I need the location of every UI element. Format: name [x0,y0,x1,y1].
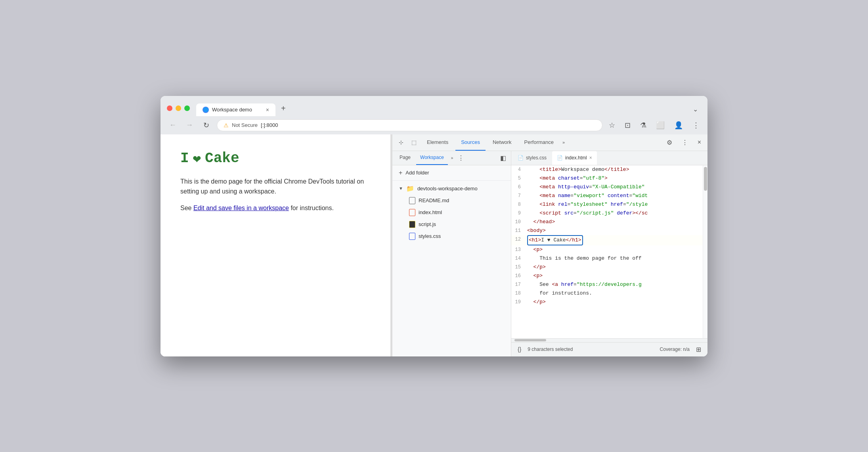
editor-tab-index-label: index.html [565,155,587,161]
page-text-post: for instructions. [289,205,334,211]
browser-menu-icon[interactable]: ⋮ [691,119,701,131]
security-warning-icon: ⚠ [224,122,229,128]
tab-network[interactable]: Network [487,134,517,151]
devtools-toolbar-right: ⚙ ⋮ × [663,137,704,148]
code-area[interactable]: 4 <title>Workspace demo</title> 5 <meta … [511,165,703,338]
browser-tab[interactable]: 🌐 Workspace demo × [196,103,275,116]
file-icon-md [409,197,415,204]
devtools-more-icon[interactable]: ⋮ [679,137,691,148]
tab-close-button[interactable]: × [266,107,269,113]
bookmark-icon[interactable]: ☆ [607,119,617,131]
content-area: I ❤️ Cake This is the demo page for the … [161,134,707,356]
code-line-14: 14 This is the demo page for the off [511,254,703,263]
title-bar: 🌐 Workspace demo × + ⌄ [161,96,707,116]
editor-tabs: 📄 styles.css 📄 index.html × [511,151,707,165]
lab-icon[interactable]: ⚗ [639,119,648,131]
code-line-10: 10 </head> [511,218,703,226]
code-line-11: 11 <body> [511,226,703,235]
tabs-bar: 🌐 Workspace demo × + ⌄ [196,101,701,116]
code-line-13: 13 <p> [511,245,703,254]
page-heading: I ❤️ Cake [180,150,371,167]
file-item-styles[interactable]: styles.css [392,230,511,242]
editor-tab-index[interactable]: 📄 index.html × [552,151,597,165]
code-line-19: 19 </p> [511,298,703,306]
format-icon[interactable]: {} [518,346,521,352]
subtabs-options-icon[interactable]: ⋮ [456,153,466,163]
file-icon-css [409,233,415,240]
tabs-more-button[interactable]: » [561,138,566,146]
file-icon-html [409,209,415,216]
back-button[interactable]: ← [167,119,179,131]
extensions-icon[interactable]: ⊡ [623,119,632,131]
code-line-12: 12 <h1>I ♥ Cake</h1> [511,235,703,245]
sidebar-icon[interactable]: ⬜ [654,119,666,131]
close-traffic-light[interactable] [167,105,172,111]
tab-favicon: 🌐 [203,107,209,113]
address-bar: ← → ↻ ⚠ Not Secure [:]:8000 ☆ ⊡ ⚗ ⬜ 👤 ⋮ [161,116,707,134]
add-folder-plus-icon: + [399,169,402,176]
add-folder-button[interactable]: + Add folder [392,165,511,181]
tab-title: Workspace demo [212,107,252,113]
code-selection-highlight: <h1>I ♥ Cake</h1> [527,235,583,245]
devtools-close-button[interactable]: × [694,137,704,147]
address-input[interactable]: ⚠ Not Secure [:]:8000 [217,119,602,131]
heading-cake: Cake [205,150,239,167]
code-line-17: 17 See <a href="https://developers.g [511,280,703,289]
refresh-button[interactable]: ↻ [200,119,212,131]
tab-elements[interactable]: Elements [421,134,454,151]
page-link[interactable]: Edit and save files in a workspace [193,205,289,211]
profile-icon[interactable]: 👤 [673,119,684,131]
minimize-traffic-light[interactable] [176,105,181,111]
file-item-readme[interactable]: README.md [392,195,511,207]
page-paragraph-1: This is the demo page for the official C… [180,176,371,197]
page-body: This is the demo page for the official C… [180,176,371,213]
sources-panel: Page Workspace » ⋮ ◧ + Add folder [392,151,707,356]
devtools-panel: ⊹ ⬚ Elements Sources Network Performance… [392,134,707,356]
folder-expand-icon: ▼ [399,186,403,191]
new-tab-button[interactable]: + [276,101,291,116]
h-scrollbar-thumb[interactable] [514,339,546,341]
file-name-styles: styles.css [419,233,441,239]
code-line-4: 4 <title>Workspace demo</title> [511,165,703,174]
editor-tab-close-icon[interactable]: × [589,155,592,161]
code-line-5: 5 <meta charset="utf-8"> [511,174,703,183]
editor-tab-styles-label: styles.css [526,155,547,161]
tab-performance[interactable]: Performance [519,134,559,151]
traffic-lights [167,105,190,111]
forward-button[interactable]: → [184,119,195,131]
folder-item[interactable]: ▼ 📁 devtools-workspace-demo [392,182,511,195]
file-item-script[interactable]: script.js [392,218,511,230]
subtab-page[interactable]: Page [396,151,415,165]
styles-file-icon: 📄 [518,155,524,161]
screenshot-icon[interactable]: ⊞ [696,346,701,353]
file-item-index[interactable]: index.html [392,207,511,218]
editor-tab-styles[interactable]: 📄 styles.css [513,151,551,165]
devtools-settings-icon[interactable]: ⚙ [663,137,675,148]
code-line-9: 9 <script src="/script.js" defer></sc [511,209,703,218]
file-tree: Page Workspace » ⋮ ◧ + Add folder [392,151,511,356]
address-actions: ☆ ⊡ ⚗ ⬜ 👤 ⋮ [607,119,701,131]
inspect-tool-icon[interactable]: ⬚ [408,136,420,149]
tab-sources[interactable]: Sources [455,134,486,151]
code-scrollbar[interactable] [703,165,707,338]
folder-name: devtools-workspace-demo [417,186,478,192]
code-line-18: 18 for instructions. [511,289,703,298]
tab-chevron-icon[interactable]: ⌄ [690,102,701,116]
maximize-traffic-light[interactable] [184,105,190,111]
not-secure-label: Not Secure [232,122,258,128]
subtab-workspace[interactable]: Workspace [416,151,448,165]
heart-emoji: ❤️ [193,150,201,167]
sources-subtabs: Page Workspace » ⋮ ◧ [392,151,511,165]
page-paragraph-2: See Edit and save files in a workspace f… [180,203,371,213]
selection-status: 9 characters selected [528,347,573,352]
code-line-7: 7 <meta name="viewport" content="widt [511,192,703,200]
subtabs-more-button[interactable]: » [449,154,455,162]
code-line-8: 8 <link rel="stylesheet" href="/style [511,200,703,209]
cursor-tool-icon[interactable]: ⊹ [396,136,407,149]
code-line-6: 6 <meta http-equiv="X-UA-Compatible" [511,183,703,192]
horizontal-scroll-bar[interactable] [511,338,707,342]
heading-i: I [180,150,189,167]
sources-sidebar-icon[interactable]: ◧ [499,153,508,163]
status-bar: {} 9 characters selected Coverage: n/a ⊞ [511,342,707,356]
scrollbar-thumb[interactable] [704,167,707,191]
